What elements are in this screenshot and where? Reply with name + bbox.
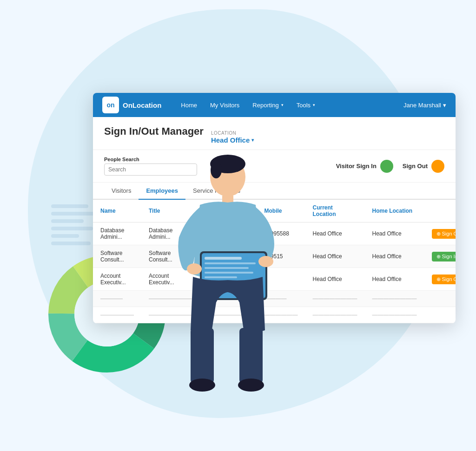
page-title: Sign In/Out Manager [104,125,204,137]
page-title-row: Sign In/Out Manager Location Head Office… [104,125,444,144]
svg-rect-19 [191,328,214,384]
cell-current-location: ———————— [305,307,365,323]
actions-right: Visitor Sign In Sign Out [336,160,444,173]
sign-in-icon: ⊕ [436,254,441,260]
svg-rect-13 [205,262,256,264]
svg-rect-12 [205,257,242,260]
cell-action: ⊕ Sign Out [424,268,456,291]
brand-logo: on [102,97,119,113]
person-svg [139,144,288,423]
svg-point-8 [211,162,222,178]
cell-home-location: Head Office [365,268,424,291]
location-selector[interactable]: Head Office ▾ [211,136,254,144]
nav-user[interactable]: Jane Marshall ▾ [403,102,446,109]
location-caret-icon: ▾ [251,137,254,143]
cell-current-location: Head Office [305,245,365,268]
svg-point-22 [238,379,264,392]
sign-out-button[interactable]: ⊕ Sign Out [432,275,456,284]
cell-home-location: ———————— [365,291,424,307]
sidebar-line [51,227,93,230]
sidebar-line [51,212,98,216]
svg-point-17 [187,263,202,275]
sidebar-decorative-lines [51,204,98,245]
nav-home[interactable]: Home [175,99,203,111]
svg-point-18 [258,256,273,267]
sign-out-icon: ⊕ [436,276,441,282]
cell-home-location: Head Office [365,245,424,268]
cell-action: ⊕ Sign In [424,245,456,268]
visitor-sign-in-label: Visitor Sign In [336,163,377,170]
sidebar-line [51,219,84,223]
sidebar-line [51,204,88,208]
navbar-brand: on OnLocation [102,97,161,113]
cell-home-location: ———————— [365,307,424,323]
svg-rect-15 [205,272,253,274]
nav-links: Home My Visitors Reporting ▾ Tools ▾ [175,99,403,111]
sign-in-dot [380,160,393,173]
navbar: on OnLocation Home My Visitors Reporting… [93,93,456,117]
sidebar-line [51,234,79,238]
person-illustration [139,144,288,423]
cell-current-location: Head Office [305,268,365,291]
sidebar-line [51,242,91,245]
cell-current-location: ———————— [305,291,365,307]
sign-out-label-text: Sign Out [403,163,428,170]
svg-rect-14 [205,267,249,269]
cell-name: Database Admini... [93,222,141,245]
svg-rect-20 [239,328,263,384]
location-container: Location Head Office ▾ [211,131,254,144]
nav-reporting[interactable]: Reporting ▾ [247,99,289,111]
cell-name: Software Consult... [93,245,141,268]
cell-action [424,307,456,323]
tab-visitors[interactable]: Visitors [104,183,139,200]
cell-action [424,291,456,307]
logo-text: on [106,101,114,109]
sign-out-button[interactable]: ⊕ Sign Out [432,229,456,239]
sign-out-action[interactable]: Sign Out [403,160,444,173]
location-name: Head Office [211,136,250,144]
reporting-caret-icon: ▾ [281,103,284,107]
col-action [424,200,456,222]
sign-in-button[interactable]: ⊕ Sign In [432,252,456,261]
sign-out-dot [431,160,444,173]
svg-rect-16 [205,276,237,278]
location-label: Location [211,131,254,136]
cell-name: —————— [93,307,141,323]
col-name: Name [93,200,141,222]
user-caret-icon: ▾ [443,102,446,109]
cell-current-location: Head Office [305,222,365,245]
cell-home-location: Head Office [365,222,424,245]
brand-name: OnLocation [123,101,161,109]
cell-name: Account Executiv... [93,268,141,291]
nav-tools[interactable]: Tools ▾ [291,99,321,111]
sign-out-icon: ⊕ [436,231,441,237]
col-home-location: Home Location [365,200,424,222]
cell-action: ⊕ Sign Out [424,222,456,245]
cell-name: ———— [93,291,141,307]
svg-point-21 [189,379,215,392]
col-current-location: Current Location [305,200,365,222]
visitor-sign-in[interactable]: Visitor Sign In [336,160,393,173]
tools-caret-icon: ▾ [313,103,315,107]
nav-my-visitors[interactable]: My Visitors [205,99,245,111]
